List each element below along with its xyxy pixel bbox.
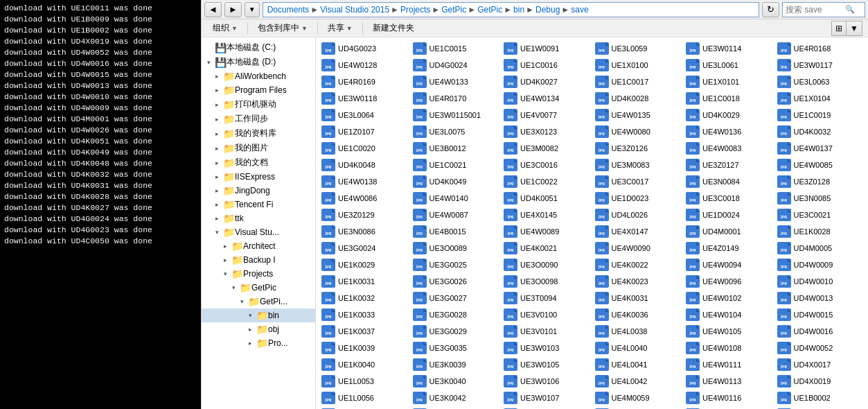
sidebar-item-ttk[interactable]: ▸📁ttk xyxy=(202,211,315,225)
file-item[interactable]: jpgUE4W0080 xyxy=(592,123,684,140)
file-item[interactable]: jpgUE4X0145 xyxy=(501,207,592,223)
file-item[interactable]: jpgUD4K0029 xyxy=(683,107,774,123)
file-item[interactable]: jpgUE3G0027 xyxy=(410,290,502,306)
tree-expand-tencent-fi[interactable]: ▸ xyxy=(211,201,222,208)
file-item[interactable]: jpgUE3G0025 xyxy=(410,256,502,273)
breadcrumb-debug[interactable]: Debug xyxy=(535,5,560,15)
file-item[interactable]: jpgUE3L0061 xyxy=(683,57,774,73)
sidebar-item-local-d[interactable]: ▾💾本地磁盘 (D:) xyxy=(202,55,315,69)
file-item[interactable]: jpgUE1K0029 xyxy=(319,256,410,273)
file-item[interactable]: jpgUE4W0102 xyxy=(683,290,774,306)
tree-expand-jingdong[interactable]: ▸ xyxy=(211,187,222,194)
file-item[interactable]: jpgUE4K0021 xyxy=(501,240,592,256)
tree-expand-backup[interactable]: ▸ xyxy=(220,256,231,263)
file-item[interactable]: jpgUE4L0042 xyxy=(592,373,684,390)
file-item[interactable]: jpgUD4W0010 xyxy=(774,273,866,290)
file-item[interactable]: jpgUD4W0009 xyxy=(774,256,866,273)
file-item[interactable]: jpgUE4K0031 xyxy=(592,290,684,306)
file-item[interactable]: jpgUE4W0137 xyxy=(774,140,866,157)
file-item[interactable]: jpgUE3C0018 xyxy=(683,190,774,207)
file-item[interactable]: jpgUD4K0028 xyxy=(592,90,684,107)
tree-expand-pro[interactable]: ▸ xyxy=(245,340,256,347)
file-item[interactable]: jpgUD4K0051 xyxy=(501,190,592,207)
file-item[interactable]: jpgUE1K0031 xyxy=(319,273,410,290)
file-item[interactable]: jpgUE4W0089 xyxy=(501,223,592,240)
file-item[interactable]: jpgUE3W0108 xyxy=(501,406,592,409)
tree-expand-local-d[interactable]: ▾ xyxy=(203,59,214,66)
sidebar-item-projects[interactable]: ▾📁Projects xyxy=(202,267,315,281)
organize-button[interactable]: 组织 ▼ xyxy=(207,21,243,36)
breadcrumb-vs2015[interactable]: Visual Studio 2015 xyxy=(320,5,389,15)
file-item[interactable]: jpgUD4W0013 xyxy=(774,290,866,306)
file-item[interactable]: jpgUE4W0083 xyxy=(683,140,774,157)
file-item[interactable]: jpgUE3K0040 xyxy=(410,373,502,390)
file-item[interactable]: jpgUD4K0027 xyxy=(501,73,592,90)
file-item[interactable]: jpgUE1D0023 xyxy=(592,190,684,207)
file-item[interactable]: jpgUE1L0053 xyxy=(319,373,410,390)
file-item[interactable]: jpgUE3G0035 xyxy=(410,340,502,356)
file-item[interactable]: jpgUE4W0087 xyxy=(410,207,502,223)
sidebar-item-aliworkbench[interactable]: ▸📁AliWorkbench xyxy=(202,69,315,83)
file-item[interactable]: jpgUE1C0017 xyxy=(592,73,684,90)
file-item[interactable]: jpgUD4W0015 xyxy=(774,306,866,323)
file-item[interactable]: jpgUE1C0022 xyxy=(501,173,592,190)
sidebar-item-backup[interactable]: ▸📁Backup I xyxy=(202,253,315,267)
tree-expand-ttk[interactable]: ▸ xyxy=(211,215,222,222)
file-item[interactable]: jpgUE4W0138 xyxy=(319,173,410,190)
back-button[interactable]: ◄ xyxy=(204,2,222,17)
sidebar-item-my-docs[interactable]: ▸📁我的文档 xyxy=(202,155,315,170)
breadcrumb-documents[interactable]: Documents xyxy=(267,5,310,15)
file-item[interactable]: jpgUE1C0016 xyxy=(501,57,592,73)
tree-expand-visual-stu[interactable]: ▾ xyxy=(211,229,222,236)
file-item[interactable]: jpgUE4L0040 xyxy=(592,340,684,356)
file-item[interactable]: jpgUE3W0107 xyxy=(501,390,592,406)
file-item[interactable]: jpgUE3O0090 xyxy=(501,256,592,273)
file-item[interactable]: jpgUE3N0085 xyxy=(774,190,866,207)
file-item[interactable]: jpgUD4K0032 xyxy=(774,123,866,140)
file-item[interactable]: jpgUD4G0024 xyxy=(410,57,502,73)
file-item[interactable]: jpgUE3N0084 xyxy=(683,173,774,190)
file-item[interactable]: jpgUE4M0059 xyxy=(592,390,684,406)
file-item[interactable]: jpgUE4L0041 xyxy=(592,356,684,373)
tree-expand-projects[interactable]: ▾ xyxy=(220,270,231,277)
file-item[interactable]: jpgUE3G0026 xyxy=(410,273,502,290)
file-item[interactable]: jpgUE3Z0127 xyxy=(683,157,774,173)
file-item[interactable]: jpgUE4W0090 xyxy=(592,240,684,256)
file-item[interactable]: jpgUE4X0147 xyxy=(592,223,684,240)
file-item[interactable]: jpgUE1X0100 xyxy=(592,57,684,73)
file-item[interactable]: jpgUE4W0136 xyxy=(683,123,774,140)
file-item[interactable]: jpgUE3C0016 xyxy=(501,157,592,173)
file-item[interactable]: jpgUE1C0021 xyxy=(410,157,502,173)
breadcrumb-bin[interactable]: bin xyxy=(513,5,524,15)
file-item[interactable]: jpgUE4W0133 xyxy=(410,73,502,90)
file-item[interactable]: jpgUE4W0096 xyxy=(683,273,774,290)
sidebar-item-iisexpress[interactable]: ▸📁IISExpress xyxy=(202,170,315,184)
file-item[interactable]: jpgUE1L0056 xyxy=(319,390,410,406)
sidebar-item-obj[interactable]: ▸📁obj xyxy=(202,322,315,336)
file-item[interactable]: jpgUE1C0019 xyxy=(774,107,866,123)
file-item[interactable]: jpgUE1L0057 xyxy=(319,406,410,409)
sidebar-item-architect[interactable]: ▸📁Architect xyxy=(202,239,315,253)
file-item[interactable]: jpgUD4K0048 xyxy=(319,157,410,173)
file-item[interactable]: jpgUE1C0015 xyxy=(410,40,502,57)
file-item[interactable]: jpgUE4R0170 xyxy=(410,90,502,107)
file-item[interactable]: jpgUE4W0086 xyxy=(319,190,410,207)
new-folder-button[interactable]: 新建文件夹 xyxy=(367,21,420,36)
file-item[interactable]: jpgUE3N0086 xyxy=(319,223,410,240)
file-item[interactable]: jpgUE1W0091 xyxy=(501,40,592,57)
file-item[interactable]: jpgUD4M0005 xyxy=(774,240,866,256)
file-item[interactable]: jpgUE4B0015 xyxy=(410,223,502,240)
file-item[interactable]: jpgUE3L0075 xyxy=(410,123,502,140)
view-list-button[interactable]: ▼ xyxy=(846,21,862,36)
file-item[interactable]: jpgUE3W0106 xyxy=(501,373,592,390)
file-item[interactable]: jpgUE3M0082 xyxy=(501,140,592,157)
file-item[interactable]: jpgUE3G0028 xyxy=(410,306,502,323)
file-item[interactable]: jpgUE1Z0107 xyxy=(319,123,410,140)
dropdown-button[interactable]: ▼ xyxy=(245,2,260,17)
file-item[interactable]: jpgUD4L0026 xyxy=(592,207,684,223)
file-item[interactable]: jpgUE3W0118 xyxy=(319,90,410,107)
file-item[interactable]: jpgUE4W0085 xyxy=(774,157,866,173)
sidebar-item-my-pictures[interactable]: ▸📁我的图片 xyxy=(202,141,315,155)
sidebar-item-visual-stu[interactable]: ▾📁Visual Stu... xyxy=(202,225,315,239)
tree-expand-my-pictures[interactable]: ▸ xyxy=(211,145,222,152)
